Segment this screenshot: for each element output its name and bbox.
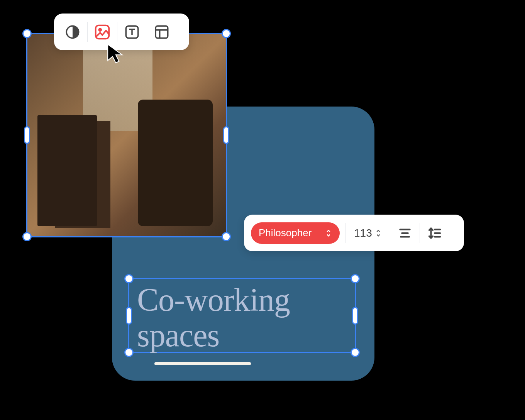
selected-image-frame[interactable]: [26, 33, 227, 237]
resize-handle-mr[interactable]: [223, 126, 229, 144]
contrast-icon: [64, 24, 81, 40]
layout-icon: [154, 24, 170, 40]
resize-handle-tl[interactable]: [124, 274, 134, 283]
resize-handle-br[interactable]: [351, 348, 360, 357]
layout-tool[interactable]: [150, 20, 173, 44]
line-spacing-button[interactable]: [425, 224, 444, 242]
divider: [390, 223, 390, 243]
svg-point-2: [99, 29, 101, 31]
resize-handle-ml[interactable]: [126, 307, 132, 325]
divider: [420, 223, 420, 243]
underline-decoration: [154, 362, 251, 365]
resize-handle-mr[interactable]: [352, 307, 358, 325]
align-center-icon: [398, 226, 412, 240]
divider: [87, 22, 88, 42]
divider: [345, 223, 345, 243]
resize-handle-tl[interactable]: [22, 29, 32, 38]
resize-handle-bl[interactable]: [22, 232, 32, 241]
text-tool[interactable]: [120, 20, 144, 44]
font-size-stepper[interactable]: 113: [351, 227, 384, 239]
resize-handle-br[interactable]: [222, 232, 231, 241]
resize-handle-tr[interactable]: [351, 274, 360, 283]
text-toolbar: Philosopher 113: [244, 215, 464, 251]
selected-text-frame[interactable]: Co-working spaces: [128, 278, 356, 353]
text-content: Co-working spaces: [129, 279, 355, 357]
resize-handle-bl[interactable]: [124, 348, 134, 357]
divider: [117, 22, 117, 42]
svg-rect-4: [156, 26, 168, 38]
chevron-updown-icon: [325, 229, 332, 237]
font-family-selector[interactable]: Philosopher: [251, 222, 340, 244]
cursor-icon: [106, 42, 125, 67]
chevron-updown-icon: [375, 229, 381, 237]
contrast-tool[interactable]: [61, 20, 84, 44]
align-center-button[interactable]: [396, 224, 414, 242]
line-spacing-icon: [427, 226, 442, 240]
resize-handle-tr[interactable]: [222, 29, 231, 38]
image-icon: [93, 23, 111, 41]
resize-handle-ml[interactable]: [24, 126, 30, 144]
font-size-value: 113: [354, 227, 372, 239]
image-content: [27, 34, 226, 236]
text-icon: [124, 24, 140, 40]
image-tool[interactable]: [91, 20, 114, 44]
divider: [147, 22, 147, 42]
font-name-label: Philosopher: [259, 227, 312, 239]
